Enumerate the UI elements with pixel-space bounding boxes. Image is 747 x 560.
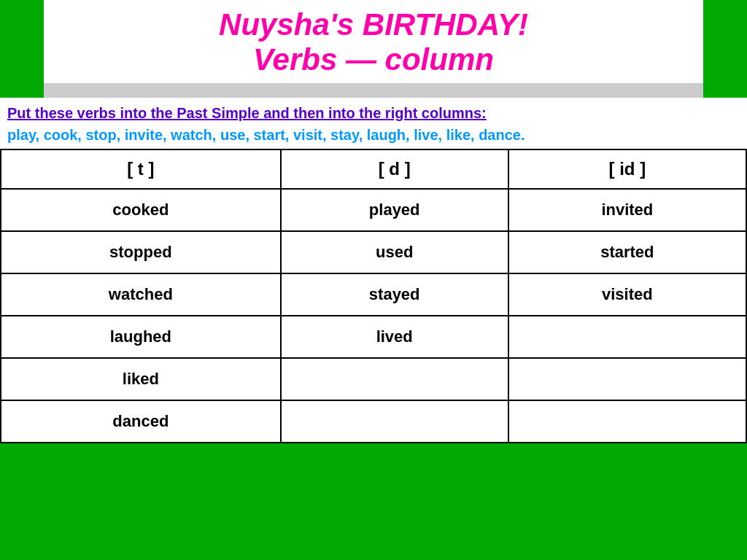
col-header-t: [ t ] [1, 149, 281, 189]
table-container: [ t ] [ d ] [ id ] cookedplayedinvitedst… [0, 149, 747, 443]
table-cell [508, 316, 746, 358]
title-line1: Nuysha's BIRTHDAY! [58, 7, 689, 42]
table-cell: liked [1, 358, 281, 400]
table-cell: stayed [281, 273, 508, 316]
col-header-id: [ id ] [508, 149, 746, 189]
content-area: Put these verbs into the Past Simple and… [0, 98, 747, 149]
table-cell [281, 400, 508, 443]
table-cell [281, 358, 508, 400]
table-row: danced [1, 400, 746, 443]
table-cell: danced [1, 400, 281, 443]
table-row: cookedplayedinvited [1, 189, 746, 231]
verb-list: play, cook, stop, invite, watch, use, st… [7, 125, 740, 144]
title-line2: Verbs — column [58, 42, 689, 77]
table-cell [508, 400, 746, 443]
table-cell: laughed [1, 316, 281, 358]
table-row: liked [1, 358, 746, 400]
table-header-row: [ t ] [ d ] [ id ] [1, 149, 746, 189]
table-row: watchedstayedvisited [1, 273, 746, 316]
table-cell: invited [508, 189, 746, 231]
table-row: stoppedusedstarted [1, 231, 746, 273]
header: Nuysha's BIRTHDAY! Verbs — column [44, 0, 703, 83]
table-cell: lived [281, 316, 508, 358]
table-cell [508, 358, 746, 400]
table-cell: cooked [1, 189, 281, 231]
table-cell: started [508, 231, 746, 273]
table-row: laughedlived [1, 316, 746, 358]
table-cell: watched [1, 273, 281, 316]
table-cell: played [281, 189, 508, 231]
table-cell: used [281, 231, 508, 273]
subtitle-bar [44, 83, 703, 98]
instruction-main: Put these verbs into the Past Simple and… [7, 104, 740, 122]
verbs-table: [ t ] [ d ] [ id ] cookedplayedinvitedst… [0, 149, 747, 443]
col-header-d: [ d ] [281, 149, 508, 189]
table-cell: stopped [1, 231, 281, 273]
table-cell: visited [508, 273, 746, 316]
